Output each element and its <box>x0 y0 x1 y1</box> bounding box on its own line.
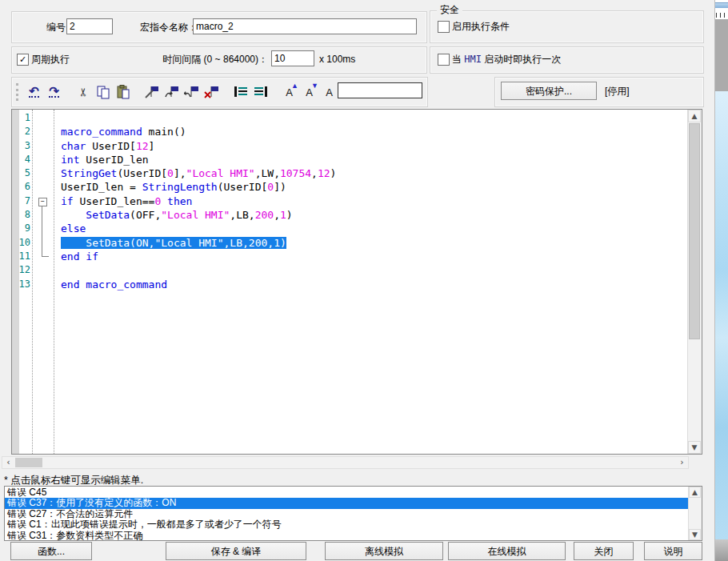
line-number: 13 <box>12 278 30 291</box>
close-button[interactable]: 关闭 <box>574 542 634 560</box>
code-text[interactable]: int UserID_len <box>61 153 149 166</box>
error-row[interactable]: 错误 C45 <box>5 487 689 498</box>
line-number: 4 <box>12 153 30 166</box>
code-text[interactable]: else <box>61 222 86 235</box>
code-editor[interactable]: 12macro_command main()3char UserID[12]4i… <box>11 109 702 455</box>
scroll-down-arrow-icon[interactable]: ▼ <box>688 441 701 454</box>
next-bookmark-icon[interactable] <box>163 82 180 102</box>
error-row-selected[interactable]: 错误 C37：使用了没有定义的函数：ON <box>5 498 689 508</box>
font-increase-icon[interactable]: A▲ <box>281 82 298 102</box>
code-line-12[interactable]: 12 <box>12 263 688 277</box>
security-group-title: 安全 <box>437 4 462 15</box>
font-decrease-icon[interactable]: A▼ <box>301 82 318 102</box>
editor-hscroll-thumb[interactable] <box>15 458 42 467</box>
line-number: 2 <box>12 125 30 138</box>
indent-icon[interactable] <box>232 82 249 102</box>
outdent-icon[interactable] <box>252 82 269 102</box>
code-line-11[interactable]: 11end if <box>12 250 688 263</box>
collapse-box-icon[interactable]: − <box>38 198 47 206</box>
undo-icon[interactable]: ↶ <box>26 82 42 102</box>
code-text[interactable]: end macro_command <box>61 278 167 291</box>
interval-label: 时间间隔 (0 ~ 864000)： <box>152 53 268 66</box>
code-line-1[interactable]: 1 <box>12 111 688 125</box>
line-number: 6 <box>12 180 30 194</box>
scroll-left-arrow-icon[interactable]: ‹ <box>2 457 14 468</box>
error-scroll-down-icon[interactable]: ▼ <box>689 529 701 540</box>
code-line-4[interactable]: 4int UserID_len <box>12 153 688 166</box>
code-text[interactable]: macro_command main() <box>61 125 186 138</box>
code-line-3[interactable]: 3char UserID[12] <box>12 139 688 153</box>
code-text[interactable]: StringGet(UserID[0],"Local HMI",LW,10754… <box>61 166 336 180</box>
password-status: [停用] <box>605 85 630 98</box>
scroll-up-arrow-icon[interactable]: ▲ <box>688 110 701 122</box>
error-scroll-up-icon[interactable]: ▲ <box>689 487 701 498</box>
functions-button[interactable]: 函数... <box>10 542 92 560</box>
toolbar-grip[interactable] <box>16 83 21 101</box>
screen: 编号： 宏指令名称： 安全 启用执行条件 ✓ 周期执行 时间间隔 (0 ~ 86… <box>0 0 728 561</box>
paste-icon[interactable] <box>114 82 131 102</box>
compile-error-list[interactable]: 错误 C45错误 C37：使用了没有定义的函数：ON错误 C27：不合法的运算元… <box>4 486 702 541</box>
scroll-right-arrow-icon[interactable]: › <box>676 457 688 468</box>
code-text[interactable]: if UserID_len==0 then <box>61 194 192 208</box>
code-editor-content[interactable]: 12macro_command main()3char UserID[12]4i… <box>12 110 688 454</box>
code-line-9[interactable]: 9else <box>12 222 688 235</box>
password-protect-button[interactable]: 密码保护... <box>501 82 597 100</box>
macro-id-input[interactable] <box>66 18 113 34</box>
search-input[interactable] <box>338 82 422 98</box>
code-line-2[interactable]: 2macro_command main() <box>12 125 688 138</box>
code-line-6[interactable]: 6UserID_len = StringLength(UserID[0]) <box>12 180 688 194</box>
periodic-checkbox[interactable]: ✓ <box>17 54 29 66</box>
line-number: 3 <box>12 139 30 153</box>
macro-id-group: 编号： 宏指令名称： <box>11 11 427 43</box>
periodic-label: 周期执行 <box>31 53 70 66</box>
cut-icon[interactable]: ✂ <box>74 82 91 102</box>
error-row[interactable]: 错误 C1：出现此项错误提示时，一般都是多了或者少了一个符号 <box>5 519 689 530</box>
fold-marker-mid <box>33 236 54 250</box>
fold-marker-mid <box>33 208 54 222</box>
editor-horizontal-scrollbar[interactable]: ‹ › <box>2 456 689 469</box>
macro-editor-dialog: 编号： 宏指令名称： 安全 启用执行条件 ✓ 周期执行 时间间隔 (0 ~ 86… <box>0 0 715 561</box>
periodic-group: ✓ 周期执行 时间间隔 (0 ~ 864000)： x 100ms <box>11 46 427 74</box>
online-sim-button[interactable]: 在线模拟 <box>448 542 566 560</box>
code-line-7[interactable]: 7−if UserID_len==0 then <box>12 194 688 208</box>
interval-input[interactable] <box>271 50 314 66</box>
enable-condition-label: 启用执行条件 <box>452 20 510 33</box>
code-text[interactable]: char UserID[12] <box>61 139 154 153</box>
error-list-scrollbar[interactable]: ▲ ▼ <box>688 487 702 540</box>
run-on-startup-checkbox[interactable] <box>438 54 450 66</box>
fold-margin <box>33 278 54 291</box>
code-text[interactable]: UserID_len = StringLength(UserID[0]) <box>61 180 286 194</box>
fold-margin <box>33 166 54 180</box>
selected-code[interactable]: SetData(ON,"Local HMI",LB,200,1) <box>61 237 286 249</box>
offline-sim-button[interactable]: 离线模拟 <box>325 542 443 560</box>
background-titlebar <box>715 2 728 8</box>
fold-margin <box>33 180 54 194</box>
macro-name-label: 宏指令名称： <box>130 21 198 34</box>
redo-icon[interactable]: ↷ <box>46 82 62 102</box>
code-line-10[interactable]: 10 SetData(ON,"Local HMI",LB,200,1) <box>12 236 688 250</box>
error-row[interactable]: 错误 C31：参数资料类型不正确 <box>5 531 689 541</box>
prev-bookmark-icon[interactable] <box>183 82 200 102</box>
background-window-strip <box>715 0 728 561</box>
fold-marker-start[interactable]: − <box>33 194 54 208</box>
editor-vscroll-thumb[interactable] <box>689 123 700 339</box>
fold-margin <box>33 111 54 125</box>
background-panel <box>715 19 728 91</box>
font-icon[interactable]: A <box>321 82 338 102</box>
add-bookmark-icon[interactable] <box>143 82 160 102</box>
copy-icon[interactable] <box>94 82 111 102</box>
code-text[interactable]: end if <box>61 250 98 263</box>
fold-margin <box>33 125 54 138</box>
code-line-8[interactable]: 8 SetData(OFF,"Local HMI",LB,200,1) <box>12 208 688 222</box>
enable-condition-checkbox[interactable] <box>438 21 450 33</box>
macro-name-input[interactable] <box>193 18 417 34</box>
error-row[interactable]: 错误 C27：不合法的运算元件 <box>5 509 689 519</box>
save-compile-button[interactable]: 保存 & 编译 <box>166 542 306 560</box>
code-text[interactable]: SetData(ON,"Local HMI",LB,200,1) <box>61 236 286 250</box>
clear-bookmarks-icon[interactable] <box>203 82 220 102</box>
code-text[interactable]: SetData(OFF,"Local HMI",LB,200,1) <box>61 208 293 222</box>
code-line-5[interactable]: 5StringGet(UserID[0],"Local HMI",LW,1075… <box>12 166 688 180</box>
editor-vertical-scrollbar[interactable]: ▲ ▼ <box>687 110 702 454</box>
code-line-13[interactable]: 13end macro_command <box>12 278 688 291</box>
help-button[interactable]: 说明 <box>644 542 702 560</box>
